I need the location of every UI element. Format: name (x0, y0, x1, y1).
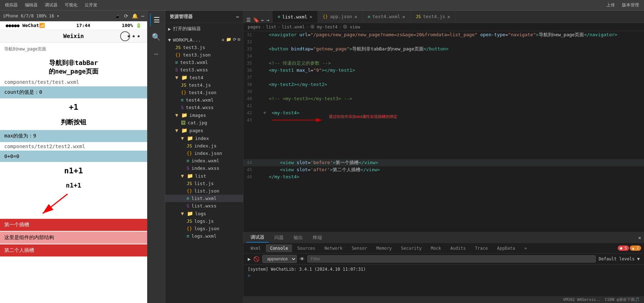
service-select[interactable]: appservice (262, 255, 297, 263)
file-list-json[interactable]: {} list.json (165, 187, 243, 195)
file-list-wxss[interactable]: S list.wxss (165, 202, 243, 210)
tab-label: test4.wxml (372, 14, 400, 19)
tab-close-icon[interactable]: ✕ (402, 14, 405, 20)
activity-search[interactable]: 🔍 (150, 31, 163, 43)
back-icon[interactable]: ← (261, 17, 264, 23)
breadcrumb-list[interactable]: list (266, 25, 276, 29)
console-run-icon[interactable]: ▶ (248, 256, 251, 262)
breadcrumb-my-test4[interactable]: ⦿ my-test4 (310, 25, 338, 29)
tab-close-icon[interactable]: ✕ (447, 14, 450, 20)
subtab-trace[interactable]: Trace (471, 244, 492, 252)
file-test4-wxss[interactable]: S test4.wxss (165, 104, 243, 111)
subtab-security[interactable]: Security (397, 244, 426, 252)
subtab-mock[interactable]: Mock (426, 244, 445, 252)
n1-center[interactable]: n1+1 (0, 163, 147, 179)
file-logs-js[interactable]: JS logs.js (165, 217, 243, 225)
file-index-js[interactable]: JS index.js (165, 142, 243, 150)
tab-test4-js[interactable]: JS test4.js ✕ (410, 11, 456, 23)
toolbar-cloud[interactable]: 云开发 (82, 1, 100, 9)
wechat-dots[interactable]: ••• (127, 32, 141, 40)
filter-input[interactable] (307, 255, 596, 263)
breadcrumb-file[interactable]: list.wxml (282, 25, 305, 29)
debug-prompt[interactable]: > (248, 272, 640, 279)
plus-button[interactable]: +1 (0, 99, 147, 115)
console-clear-icon[interactable]: 🚫 (253, 256, 259, 262)
folder-icon: ▼ 📁 (181, 211, 193, 216)
subtab-network[interactable]: Network (320, 244, 347, 252)
debug-tab-terminal[interactable]: 终端 (308, 233, 326, 242)
folder-index[interactable]: ▼ 📁 index (165, 134, 243, 142)
subtab-wxml[interactable]: Wxml (246, 244, 265, 252)
folder-pages[interactable]: ▼ 📁 pages (165, 126, 243, 134)
tab-close-icon[interactable]: ✕ (354, 14, 357, 20)
file-logs-json[interactable]: {} logs.json (165, 225, 243, 232)
file-cat-jpg[interactable]: 🖼 cat.jpg (165, 119, 243, 126)
subtab-audits[interactable]: Audits (446, 244, 470, 252)
toolbar-visual[interactable]: 可视化 (63, 1, 80, 9)
tab-close-icon[interactable]: ✕ (310, 14, 312, 20)
tab-list-wxml[interactable]: ≡ list.wxml ✕ (273, 11, 318, 23)
file-test4-json[interactable]: {} test4.json (165, 89, 243, 96)
activity-explorer[interactable]: ☰ (150, 13, 163, 26)
toolbar-debugger[interactable]: 调试器 (43, 1, 60, 9)
open-editors-label[interactable]: ▶ 打开的编辑器 (165, 25, 243, 33)
file-test4-js[interactable]: JS test4.js (165, 81, 243, 89)
explorer-more-icon[interactable]: ⋯ (236, 14, 239, 20)
folder-test4[interactable]: ▼ 📁 test4 (165, 74, 243, 81)
subtab-memory[interactable]: Memory (372, 244, 396, 252)
file-index-wxml[interactable]: ≡ index.wxml (165, 157, 243, 164)
sound-icon[interactable]: 🔔 (132, 13, 138, 19)
debug-close-icon[interactable]: ✕ (638, 235, 641, 240)
debug-tab-debugger[interactable]: 调试器 (246, 233, 269, 243)
file-test4-wxml[interactable]: ≡ test4.wxml (165, 96, 243, 104)
tab-app-json[interactable]: {} app.json ✕ (318, 11, 363, 23)
folder-list[interactable]: ▼ 📁 list (165, 172, 243, 180)
file-test3-js[interactable]: JS test3.js (165, 44, 243, 51)
subtab-more[interactable]: » (520, 244, 531, 252)
debug-tab-output[interactable]: 输出 (289, 233, 307, 242)
file-index-json[interactable]: {} index.json (165, 150, 243, 157)
breadcrumb-pages[interactable]: pages (248, 25, 261, 29)
more-icon[interactable]: ⋯ (141, 13, 144, 19)
add-icon[interactable]: + (221, 37, 224, 43)
file-index-wxss[interactable]: S index.wxss (165, 164, 243, 172)
eye-icon[interactable]: 👁 (300, 256, 305, 262)
bookmark-icon[interactable]: 🔖 (253, 17, 259, 23)
default-levels[interactable]: Default levels ▼ (599, 256, 640, 261)
subtab-appdata[interactable]: AppData (493, 244, 520, 252)
file-logs-wxml[interactable]: ≡ logs.wxml (165, 232, 243, 240)
file-list-wxml[interactable]: ≡ list.wxml (165, 195, 243, 202)
subtab-sensor[interactable]: Sensor (348, 244, 371, 252)
new-folder-icon[interactable]: 📁 (226, 37, 231, 43)
debug-tab-problems[interactable]: 问题 (270, 233, 288, 242)
tab-test4-wxml[interactable]: ≡ test4.wxml ✕ (363, 11, 411, 23)
code-line-37: 37 (243, 74, 644, 81)
breadcrumb-view[interactable]: ⦿ view (343, 25, 360, 29)
activity-dots[interactable]: ⋯ (150, 48, 163, 60)
subtab-sources[interactable]: Sources (293, 244, 320, 252)
n1-btn[interactable]: n1+1 (0, 179, 147, 192)
phone-icon[interactable]: 📱 (114, 13, 120, 19)
toolbar-login[interactable]: 上传 (604, 1, 617, 9)
toolbar-editor[interactable]: 编辑器 (23, 1, 40, 9)
file-test3-wxml[interactable]: ≡ test3.wxml (165, 59, 243, 66)
judge-button[interactable]: 判断按钮 (0, 115, 147, 129)
folder-images[interactable]: ▼ 📁 images (165, 111, 243, 119)
file-test3-wxss[interactable]: S test3.wxss (165, 66, 243, 74)
workspace-label[interactable]: ▼ WORKPLA... + 📁 ⟳ ⊟ (165, 36, 243, 44)
line-content: <view slot='before'>第一个插槽</view> (258, 159, 644, 166)
file-name: test3.wxss (180, 67, 208, 72)
refresh-icon[interactable]: ⟳ (233, 37, 236, 43)
file-list-js[interactable]: JS list.js (165, 180, 243, 187)
toolbar-simulator[interactable]: 模拟器 (3, 1, 20, 9)
forward-icon[interactable]: → (266, 17, 269, 23)
hamburger-icon[interactable]: ☰ (246, 17, 251, 23)
rotate-icon[interactable]: ⟳ (124, 13, 128, 19)
collapse-icon[interactable]: ⊟ (238, 37, 240, 43)
file-test3-json[interactable]: {} test3.json (165, 51, 243, 59)
toolbar-version[interactable]: 版本管理 (620, 1, 641, 9)
code-area[interactable]: 31 <navigator url="/pages/new_page/new_p… (243, 31, 644, 232)
line-number: 45 (243, 166, 258, 173)
subtab-console[interactable]: Console (266, 244, 293, 252)
folder-logs[interactable]: ▼ 📁 logs (165, 210, 243, 217)
